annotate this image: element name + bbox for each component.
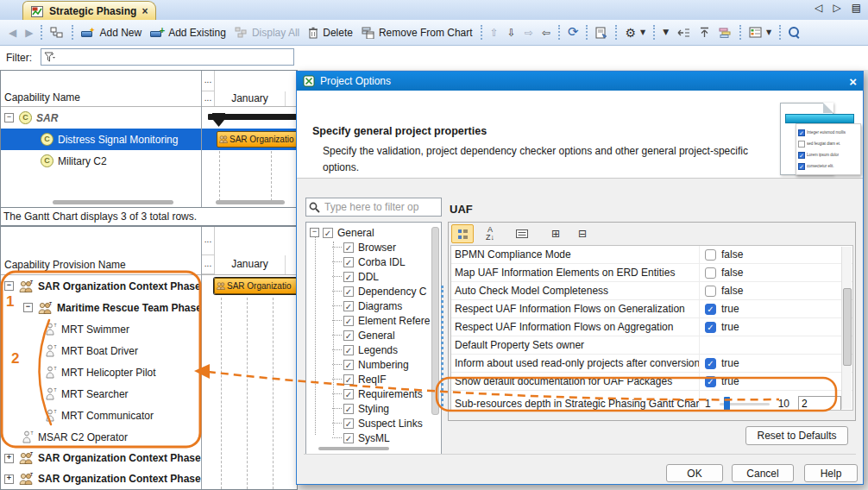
checked-checkbox[interactable]: ✓ xyxy=(705,322,716,333)
checked-checkbox[interactable]: ✓ xyxy=(343,404,354,414)
capability-column-header[interactable]: Capability Name xyxy=(4,91,80,104)
property-row[interactable]: Show default documentation for UAF Packa… xyxy=(451,373,852,391)
tab-strategic-phasing[interactable]: Strategic Phasing × xyxy=(22,1,156,20)
collapse-column-icon[interactable] xyxy=(673,26,695,40)
reset-to-defaults-button[interactable]: Reset to Defaults xyxy=(745,426,848,445)
tree-item-ddl[interactable]: ✓DDL xyxy=(306,269,432,284)
gantt-collapsed-column[interactable]: ... xyxy=(202,227,215,255)
checked-checkbox[interactable]: ✓ xyxy=(343,389,354,399)
gantt-collapsed-column[interactable]: ... xyxy=(202,71,215,91)
collapse-all-icon[interactable]: ⊟ xyxy=(572,225,593,242)
tree-row-mrt-boat-driver[interactable]: T MRT Boat Driver xyxy=(1,340,201,361)
tree-row-mrt-searcher[interactable]: T MRT Searcher xyxy=(1,383,201,405)
tree-item-requirements[interactable]: ✓Requirements xyxy=(306,386,432,401)
vertical-scrollbar[interactable] xyxy=(841,247,852,409)
options-filter-box[interactable] xyxy=(305,198,442,217)
add-new-button[interactable]: ✦Add New xyxy=(77,25,146,41)
property-row[interactable]: Map UAF Information Elements on ERD Enti… xyxy=(451,264,852,282)
show-description-icon[interactable] xyxy=(512,225,532,242)
checked-checkbox[interactable]: ✓ xyxy=(343,286,354,297)
tab-close-icon[interactable]: × xyxy=(142,5,148,17)
tree-item-element-references[interactable]: ✓Element Refere xyxy=(306,313,432,328)
tree-item-suspect-links[interactable]: ✓Suspect Links xyxy=(306,416,432,430)
display-all-button[interactable]: Display All xyxy=(230,25,304,41)
checked-checkbox[interactable]: ✓ xyxy=(343,242,354,253)
checked-checkbox[interactable]: ✓ xyxy=(343,433,354,443)
move-up-icon[interactable]: ⇧ xyxy=(486,26,503,40)
collapse-expander-icon[interactable]: − xyxy=(23,303,33,312)
tree-item-dependency-checker[interactable]: ✓Dependency C xyxy=(306,284,432,298)
legend-button[interactable]: ▼ xyxy=(745,25,776,40)
delete-button[interactable]: Delete xyxy=(304,25,357,41)
provision-column-header[interactable]: Capability Provision Name xyxy=(4,259,126,271)
dialog-title-bar[interactable]: Project Options × xyxy=(297,72,863,91)
tree-row-distress-signal-monitoring[interactable]: C Distress Signal Monitoring xyxy=(1,129,201,150)
checked-checkbox[interactable]: ✓ xyxy=(705,376,716,387)
property-row[interactable]: Respect UAF Information Flows on General… xyxy=(451,300,852,318)
checked-checkbox[interactable]: ✓ xyxy=(343,257,354,267)
tree-row-military-c2[interactable]: C Military C2 xyxy=(1,150,201,172)
tree-item-numbering[interactable]: ✓Numbering xyxy=(306,357,432,372)
next-tab-icon[interactable]: ▷ xyxy=(833,3,840,13)
tree-row-msar-c2-operator[interactable]: T MSAR C2 Operator xyxy=(1,426,201,448)
property-row[interactable]: Respect UAF Information Flows on Aggrega… xyxy=(451,318,852,336)
tree-row-sar[interactable]: − C SAR xyxy=(1,107,201,129)
gantt-bar-sar-organization[interactable]: SAR Organizatio xyxy=(217,131,297,148)
gantt-bar-sar-organization[interactable]: SAR Organizatio xyxy=(214,278,297,294)
checked-checkbox[interactable]: ✓ xyxy=(343,316,354,326)
checked-checkbox[interactable]: ✓ xyxy=(343,360,354,370)
layers-icon[interactable] xyxy=(714,25,736,40)
sub-resources-depth-row[interactable]: Sub-resources depth in Strategic Phasing… xyxy=(451,391,852,411)
tree-item-styling[interactable]: ✓Styling xyxy=(306,401,432,416)
cancel-button[interactable]: Cancel xyxy=(732,464,794,482)
checked-checkbox[interactable]: ✓ xyxy=(343,272,354,282)
open-in-containment-tree-icon[interactable] xyxy=(46,25,68,41)
horizontal-scrollbar[interactable] xyxy=(318,447,389,450)
gantt-collapsed-column[interactable]: ... xyxy=(202,255,215,274)
filter-text-input[interactable] xyxy=(58,50,291,64)
property-row[interactable]: BPMN Compliance Modefalse xyxy=(451,246,852,264)
vertical-scrollbar[interactable] xyxy=(431,227,439,415)
tree-item-browser[interactable]: ✓Browser xyxy=(306,240,432,254)
scroll-to-top-icon[interactable] xyxy=(695,25,714,40)
horizontal-scrollbar[interactable] xyxy=(216,200,285,204)
checked-checkbox[interactable]: ✓ xyxy=(705,358,716,369)
expand-all-icon[interactable]: ⊞ xyxy=(545,225,566,242)
checked-checkbox[interactable]: ✓ xyxy=(323,228,333,238)
splitter-handle[interactable] xyxy=(441,286,443,406)
expand-expander-icon[interactable]: + xyxy=(4,454,14,463)
tree-item-reqif[interactable]: ✓ReqIF xyxy=(306,372,432,386)
forward-icon[interactable]: ▶ xyxy=(21,26,37,40)
move-left-icon[interactable]: ⇦ xyxy=(538,26,555,40)
tree-row-phase2[interactable]: + T SAR Organization Context Phase 2 xyxy=(1,448,201,468)
remove-from-chart-button[interactable]: Remove From Chart xyxy=(357,25,477,41)
checked-checkbox[interactable]: ✓ xyxy=(343,345,354,355)
filter-input[interactable] xyxy=(41,48,294,66)
ok-button[interactable]: OK xyxy=(666,464,723,482)
tree-row-mrt-swimmer[interactable]: T MRT Swimmer xyxy=(1,318,201,340)
prev-tab-icon[interactable]: ◁ xyxy=(815,3,822,13)
slider-handle[interactable] xyxy=(724,397,730,411)
tree-row-phase1[interactable]: − T SAR Organization Context Phase 1 xyxy=(1,275,201,297)
move-down-icon[interactable]: ⇩ xyxy=(503,26,520,40)
help-button[interactable]: Help xyxy=(804,464,858,482)
depth-value-field[interactable] xyxy=(798,396,841,411)
checked-checkbox[interactable]: ✓ xyxy=(343,374,354,385)
gantt-collapsed-column[interactable]: ... xyxy=(202,91,215,107)
refresh-icon[interactable]: ⟳ xyxy=(563,24,583,41)
checked-checkbox[interactable]: ✓ xyxy=(343,418,354,429)
sort-alphabetically-icon[interactable]: AZ↓ xyxy=(480,225,500,242)
collapse-expander-icon[interactable]: − xyxy=(4,113,14,122)
tree-item-corba-idl[interactable]: ✓Corba IDL xyxy=(306,254,432,269)
tab-list-icon[interactable]: ▤ xyxy=(852,3,861,13)
options-filter-input[interactable] xyxy=(323,200,438,214)
tree-item-diagrams[interactable]: ✓Diagrams xyxy=(306,298,432,313)
tree-item-general[interactable]: ✓General xyxy=(306,328,432,342)
categorized-view-icon[interactable] xyxy=(451,224,474,243)
move-right-icon[interactable]: ⇨ xyxy=(520,26,538,40)
find-icon[interactable] xyxy=(784,25,804,40)
collapse-expander-icon[interactable]: − xyxy=(310,228,319,237)
unchecked-checkbox[interactable] xyxy=(705,267,716,279)
tree-item-general-root[interactable]: −✓General xyxy=(306,225,432,240)
add-existing-button[interactable]: +Add Existing xyxy=(146,25,230,41)
